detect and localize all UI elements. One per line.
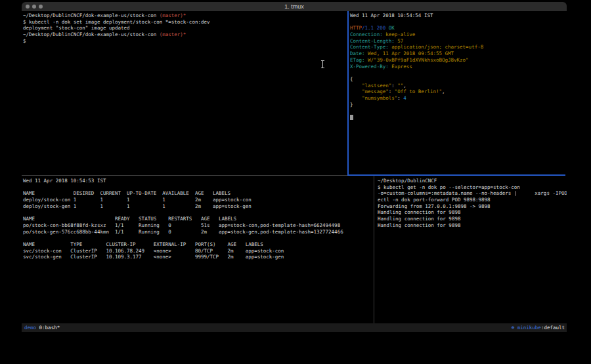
terminal-line: ~/Desktop/DublinCNCF/dok-example-us/stoc… xyxy=(23,31,347,38)
terminal-line: ~/Desktop/DublinCNCF/dok-example-us/stoc… xyxy=(23,12,347,19)
terminal-line: NAME TYPE CLUSTER-IP EXTERNAL-IP PORT(S)… xyxy=(23,241,374,248)
terminal-line: Handling connection for 9898 xyxy=(378,216,567,222)
status-left: demo 0:bash* xyxy=(22,323,60,332)
terminal-line: Handling connection for 9898 xyxy=(378,222,567,229)
tmux-status-bar: demo 0:bash* ☸ minikube:default xyxy=(22,323,567,332)
terminal-line xyxy=(23,184,374,191)
terminal-line: Connection: keep-alive xyxy=(350,31,567,38)
terminal-line: -o=custom-columns=:metadata.name --no-he… xyxy=(378,190,567,197)
terminal-line xyxy=(23,209,374,216)
terminal-line xyxy=(350,19,567,26)
terminal-line: { xyxy=(350,76,567,83)
terminal-line: Wed 11 Apr 2018 10:54:53 IST xyxy=(23,178,374,184)
terminal-line: X-Powered-By: Express xyxy=(350,64,567,70)
terminal-line: po/stock-con-bb68f88fd-kzsxz 1/1 Running… xyxy=(23,222,374,229)
terminal-line xyxy=(350,70,567,76)
terminal-line: "lastseen": "", xyxy=(350,83,567,89)
terminal-line: NAME DESIRED CURRENT UP-TO-DATE AVAILABL… xyxy=(23,190,374,197)
terminal-line xyxy=(350,114,567,121)
tmux-pane-bottom-right[interactable]: ~/Desktop/DublinCNCF$ kubectl get -n dok… xyxy=(376,176,567,323)
terminal-line: "message": "Off to Berlin!", xyxy=(350,89,567,95)
terminal-line: Date: Wed, 11 Apr 2018 09:54:55 GMT xyxy=(350,51,567,57)
active-pane-border-left[interactable] xyxy=(347,11,349,175)
session-name: demo xyxy=(24,325,36,331)
terminal-line: ~/Desktop/DublinCNCF xyxy=(378,178,567,184)
active-pane-border-bottom[interactable] xyxy=(347,174,565,176)
terminal-line: "numsymbols": 4 xyxy=(350,95,567,102)
terminal-line: svc/stock-con ClusterIP 10.106.78.249 <n… xyxy=(23,248,374,254)
terminal-line: $ xyxy=(23,38,347,45)
terminal-line: deploy/stock-con 1 1 1 1 2m app=stock-co… xyxy=(23,197,374,203)
screenshot-stage: 1. tmux ~/Desktop/DublinCNCF/dok-example… xyxy=(0,0,591,364)
terminal-line: ETag: W/"39-0xBPf9aF1dXVNkhsxoBQgJ8vKzo" xyxy=(350,57,567,64)
window-title: 1. tmux xyxy=(22,3,567,10)
terminal-cursor xyxy=(350,115,353,120)
terminal-line: svc/stock-gen ClusterIP 10.109.3.177 <no… xyxy=(23,254,374,260)
mouse-cursor-ibeam xyxy=(322,60,323,68)
pane-border-horizontal[interactable] xyxy=(22,175,347,176)
terminal-line: Content-Length: 57 xyxy=(350,38,567,45)
terminal-line xyxy=(350,108,567,114)
status-right: ☸ minikube:default xyxy=(512,323,567,332)
terminal-line: NAME READY STATUS RESTARTS AGE LABELS xyxy=(23,216,374,222)
terminal-line: $ kubectl get -n dok po --selector=app=s… xyxy=(378,184,567,191)
terminal-line: ectl -n dok port-forward POD 9898:9898 xyxy=(378,197,567,203)
tmux-pane-bottom-left[interactable]: Wed 11 Apr 2018 10:54:53 ISTNAME DESIRED… xyxy=(22,176,374,323)
kube-namespace: :default xyxy=(541,325,565,331)
tmux-pane-top-left[interactable]: ~/Desktop/DublinCNCF/dok-example-us/stoc… xyxy=(22,11,347,175)
terminal-line: HTTP/1.1 200 OK xyxy=(350,25,567,31)
terminal-line: po/stock-gen-576cc688bb-44kmn 1/1 Runnin… xyxy=(23,229,374,235)
kube-context: minikube xyxy=(517,325,541,331)
terminal-line: $ kubectl -n dok set image deployment/st… xyxy=(23,19,347,26)
terminal-line: deploy/stock-gen 1 1 1 1 2m app=stock-ge… xyxy=(23,203,374,210)
terminal-line: } xyxy=(350,102,567,108)
terminal-line: Handling connection for 9898 xyxy=(378,209,567,216)
window-titlebar[interactable]: 1. tmux xyxy=(22,2,567,11)
terminal-line: deployment "stock-con" image updated xyxy=(23,25,347,31)
terminal-line: Forwarding from 127.0.0.1:9898 -> 9898 xyxy=(378,203,567,210)
terminal-area: ~/Desktop/DublinCNCF/dok-example-us/stoc… xyxy=(22,11,567,323)
terminal-line: Content-Type: application/json; charset=… xyxy=(350,44,567,51)
terminal-line xyxy=(23,235,374,241)
tmux-pane-top-right[interactable]: Wed 11 Apr 2018 10:54:54 ISTHTTP/1.1 200… xyxy=(349,11,567,174)
window-name[interactable]: 0:bash* xyxy=(39,325,60,331)
terminal-line: Wed 11 Apr 2018 10:54:54 IST xyxy=(350,12,567,19)
pane-border-vertical[interactable] xyxy=(374,176,374,323)
